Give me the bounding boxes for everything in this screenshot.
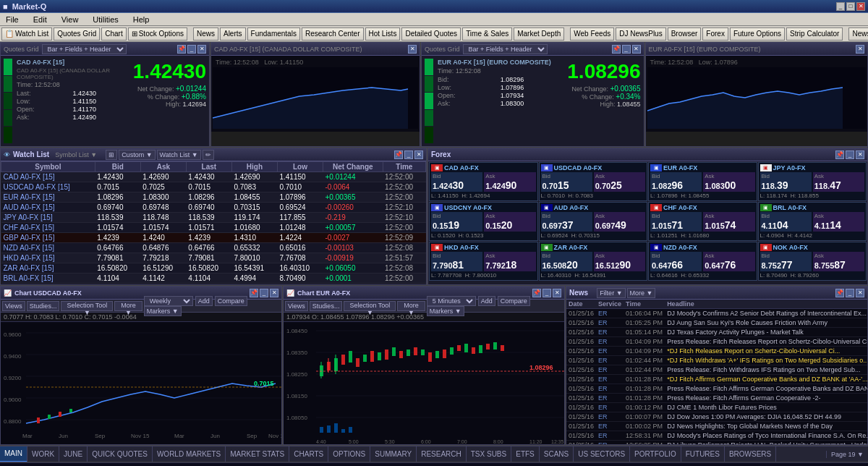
watchlist-row[interactable]: NOK A0-FX [15] 8.75277 8.75587 8.75277 8…	[1, 284, 426, 285]
toolbar-hotlists[interactable]: Hot Lists	[365, 27, 401, 41]
news-minimize[interactable]: _	[846, 289, 854, 297]
watchlist-row[interactable]: GBP A0-FX [15] 1.4239 1.4240 1.4239 1.43…	[1, 233, 426, 243]
wl-col-last[interactable]: Last	[186, 162, 231, 172]
news-row[interactable]: 01/25/16 ER 01:05:25 PM DJ Aung San Suu …	[566, 318, 867, 328]
news-row[interactable]: 01/25/16 ER 12:58:31 PM DJ Moody's Place…	[566, 431, 867, 441]
watchlist-row[interactable]: ZAR A0-FX [15] 16.50820 16.51290 16.5082…	[1, 263, 426, 274]
bottom-tab-browsers[interactable]: BROWSERS	[725, 446, 776, 462]
watchlist-row[interactable]: EUR A0-FX [15] 1.08296 1.08300 1.08296 1…	[1, 192, 426, 203]
toolbar-timesales[interactable]: Time & Sales	[462, 27, 512, 41]
wl-col-change[interactable]: Net Change	[323, 162, 383, 172]
news-col-headline[interactable]: Headline	[665, 300, 867, 309]
eur-period-select[interactable]: 5 Minutes Daily Weekly	[427, 296, 476, 306]
minimize-button[interactable]: _	[836, 2, 845, 11]
usdcad-add-btn[interactable]: Add	[195, 296, 213, 306]
menu-file[interactable]: File	[3, 15, 22, 24]
bottom-tab-quick-quotes[interactable]: QUICK QUOTES	[88, 446, 153, 462]
usdcad-markers-btn[interactable]: Markers ▼	[144, 306, 182, 316]
news-row[interactable]: 01/25/16 ER 01:02:44 PM *DJ Fitch Withdr…	[566, 356, 867, 365]
eur-add-btn[interactable]: Add	[478, 296, 495, 306]
menu-view[interactable]: View	[59, 15, 82, 24]
menu-help[interactable]: Help	[130, 15, 153, 24]
eur-mini-close[interactable]: ✕	[856, 45, 864, 54]
news-row[interactable]: 01/25/16 ER 01:00:12 PM DJ CME 1 Month L…	[566, 403, 867, 412]
forex-card[interactable]: ▣ CAD A0-FX Bid 1.42430 Ask 1.42490 L: 1…	[429, 162, 538, 201]
eur-markers-btn[interactable]: Markers ▼	[427, 306, 464, 316]
bottom-tab-research[interactable]: RESEARCH	[417, 446, 467, 462]
forex-card[interactable]: ▣ HKD A0-FX Bid 7.79081 Ask 7.79218 L: 7…	[429, 242, 538, 281]
bottom-tab-summary[interactable]: SUMMARY	[370, 446, 417, 462]
news-row[interactable]: 01/25/16 ER 01:00:07 PM DJ Dow Jones 1:0…	[566, 412, 867, 422]
usdcad-chart-area[interactable]: 0.9600 0.9400 0.9200 0.9000 0.8800	[1, 322, 281, 445]
forex-card[interactable]: ▣ EUR A0-FX Bid 1.08296 Ask 1.08300 L: 1…	[648, 162, 757, 201]
eur-panel-pin[interactable]: 📌	[612, 45, 621, 54]
watchlist-row[interactable]: AUD A0-FX [15] 0.69740 0.69748 0.69740 0…	[1, 203, 426, 213]
wl-col-ask[interactable]: Ask	[140, 162, 186, 172]
menu-edit[interactable]: Edit	[30, 15, 50, 24]
watchlist-row[interactable]: CAD A0-FX [15] 1.42430 1.42690 1.42430 1…	[1, 172, 426, 182]
watchlist-row[interactable]: BRL A0-FX [15] 4.1104 4.1142 4.1104 4.49…	[1, 274, 426, 284]
window-controls[interactable]: _ □ ✕	[836, 2, 865, 11]
wl-col-bid[interactable]: Bid	[95, 162, 140, 172]
forex-card[interactable]: ▣ AUD A0-FX Bid 0.69737 Ask 0.69749 L: 0…	[539, 202, 648, 241]
usdcad-period-select[interactable]: Weekly Daily 5 Minutes	[144, 296, 193, 306]
cad-panel-pin[interactable]: 📌	[177, 45, 186, 54]
bottom-tab-scans[interactable]: SCANS	[540, 446, 574, 462]
bottom-tab-tsx-subs[interactable]: TSX SUBS	[467, 446, 511, 462]
toolbar-chart[interactable]: Chart	[101, 27, 126, 41]
watchlist-sort-btn[interactable]: ⊞	[106, 150, 117, 160]
forex-card[interactable]: ▣ BRL A0-FX Bid 4.1104 Ask 4.1114 L: 4.0…	[758, 202, 867, 241]
bottom-tab-options[interactable]: OPTIONS	[328, 446, 370, 462]
toolbar-djnews[interactable]: DJ NewsPlus	[616, 27, 665, 41]
news-close[interactable]: ✕	[856, 289, 864, 297]
wl-col-high[interactable]: High	[231, 162, 277, 172]
bottom-tab-main[interactable]: MAIN	[0, 446, 27, 462]
news-table-container[interactable]: Date Service Time Headline 01/25/16 ER 0…	[566, 300, 867, 444]
watchlist-row[interactable]: CHF A0-FX [15] 1.01574 1.01574 1.01571 1…	[1, 223, 426, 233]
news-row[interactable]: 01/25/16 ER 01:05:14 PM DJ Texas Factory…	[566, 328, 867, 337]
watchlist-row[interactable]: USDCAD A0-FX [15] 0.7015 0.7025 0.7015 0…	[1, 182, 426, 192]
forex-close[interactable]: ✕	[856, 151, 864, 159]
watchlist-pin[interactable]: 📌	[394, 151, 403, 159]
toolbar-forex[interactable]: Forex	[702, 27, 728, 41]
toolbar-fundamentals[interactable]: Fundamentals	[247, 27, 300, 41]
toolbar-options[interactable]: ⊞ Stock Options	[128, 27, 187, 41]
eur-views-btn[interactable]: Views	[285, 301, 308, 311]
news-more-btn[interactable]: More ▼	[627, 288, 656, 298]
news-row[interactable]: 01/25/16 ER 01:01:28 PM *DJ Fitch Affirm…	[566, 375, 867, 384]
watchlist-filter-btn[interactable]: Custom ▼	[119, 150, 155, 160]
usdcad-more-btn[interactable]: More ▼	[114, 301, 142, 311]
bottom-tab-june[interactable]: JUNE	[59, 446, 88, 462]
eur-panel-minimize[interactable]: _	[622, 45, 631, 54]
news-row[interactable]: 01/25/16 ER 12:56:25 PM DJ Libyan Parlia…	[566, 441, 867, 445]
wl-col-low[interactable]: Low	[277, 162, 323, 172]
eur-chart-area[interactable]: 1.08450 1.08350 1.08250 1.08150 1.08050	[284, 322, 564, 445]
watchlist-minimize[interactable]: _	[404, 151, 413, 159]
news-col-time[interactable]: Time	[624, 300, 665, 309]
news-row[interactable]: 01/25/16 ER 01:01:28 PM Press Release: F…	[566, 394, 867, 403]
toolbar-research[interactable]: Research Center	[302, 27, 364, 41]
watchlist-table-container[interactable]: Symbol Bid Ask Last High Low Net Change …	[1, 161, 426, 284]
toolbar-strip[interactable]: Strip Calculator	[786, 27, 843, 41]
usdcad-views-btn[interactable]: Views	[2, 301, 25, 311]
wl-col-time[interactable]: Time	[383, 162, 425, 172]
news-row[interactable]: 01/25/16 ER 01:04:09 PM Press Release: F…	[566, 337, 867, 347]
news-row[interactable]: 01/25/16 ER 01:06:04 PM DJ Moody's Confi…	[566, 309, 867, 318]
toolbar-depth[interactable]: Market Depth	[514, 27, 564, 41]
toolbar-browser[interactable]: Browser	[668, 27, 702, 41]
forex-card[interactable]: ▣ USDCNY A0-FX Bid 0.1519 Ask 0.1520 L: …	[429, 202, 538, 241]
eur-more-btn[interactable]: More ▼	[397, 301, 425, 311]
toolbar-newsplus-energy[interactable]: NewsPlus Energy	[848, 27, 868, 41]
toolbar-webfeeds[interactable]: Web Feeds	[570, 27, 614, 41]
wl-col-symbol[interactable]: Symbol	[1, 162, 95, 172]
news-row[interactable]: 01/25/16 ER 01:02:44 PM Press Release: F…	[566, 365, 867, 375]
eur-selection-btn[interactable]: Selection Tool ▼	[344, 301, 396, 311]
watchlist-row[interactable]: JPY A0-FX [15] 118.539 118.748 118.539 1…	[1, 213, 426, 223]
usdcad-compare-btn[interactable]: Compare	[215, 296, 247, 306]
watchlist-manage-btn[interactable]: Watch List ▼	[157, 150, 201, 160]
bottom-tab-market-stats[interactable]: MARKET STATS	[226, 446, 289, 462]
eur-compare-btn[interactable]: Compare	[498, 296, 530, 306]
watchlist-row[interactable]: HKD A0-FX [15] 7.79081 7.79218 7.79081 7…	[1, 253, 426, 263]
news-col-service[interactable]: Service	[596, 300, 624, 309]
cad-panel-close[interactable]: ✕	[197, 45, 206, 54]
